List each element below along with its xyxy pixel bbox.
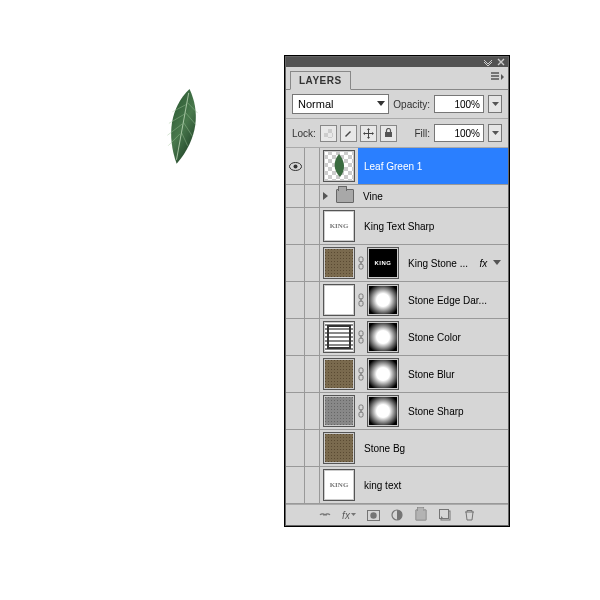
mask-link-icon[interactable] xyxy=(357,285,365,315)
folder-icon xyxy=(336,189,354,203)
layer-name-label: Stone Edge Dar... xyxy=(408,295,487,306)
tab-layers[interactable]: LAYERS xyxy=(290,71,351,90)
expand-arrow-icon[interactable] xyxy=(323,192,328,200)
layer-name-label: Stone Bg xyxy=(364,443,405,454)
transparency-icon xyxy=(324,129,333,138)
layer-name[interactable]: Stone Sharp xyxy=(402,393,508,429)
visibility-toggle[interactable] xyxy=(286,185,305,207)
mask-link-icon[interactable] xyxy=(357,396,365,426)
layer-thumbnail[interactable] xyxy=(323,150,355,182)
panel-menu-button[interactable] xyxy=(490,71,504,85)
close-icon[interactable] xyxy=(497,58,505,66)
layer-row[interactable]: KINGking text xyxy=(286,467,508,504)
layer-name[interactable]: King Text Sharp xyxy=(358,208,508,244)
layer-link-slot[interactable] xyxy=(305,467,320,503)
layer-thumbnail[interactable] xyxy=(323,284,355,316)
visibility-toggle[interactable] xyxy=(286,430,305,466)
visibility-toggle[interactable] xyxy=(286,356,305,392)
layer-row[interactable]: Vine xyxy=(286,185,508,208)
layer-link-slot[interactable] xyxy=(305,393,320,429)
layer-thumbnail[interactable] xyxy=(323,358,355,390)
layer-thumbnail[interactable]: KING xyxy=(323,210,355,242)
move-icon xyxy=(363,128,374,139)
mask-link-icon[interactable] xyxy=(357,248,365,278)
layer-name-label: King Text Sharp xyxy=(364,221,434,232)
panel-grip[interactable] xyxy=(286,57,508,67)
fill-flyout[interactable] xyxy=(488,124,502,142)
visibility-toggle[interactable] xyxy=(286,467,305,503)
layer-name-label: Stone Sharp xyxy=(408,406,464,417)
layer-name[interactable]: Leaf Green 1 xyxy=(358,148,508,184)
fx-indicator[interactable]: fx xyxy=(479,258,487,269)
blend-mode-value: Normal xyxy=(298,98,333,110)
layer-thumbnail[interactable]: KING xyxy=(323,469,355,501)
collapse-icon[interactable] xyxy=(483,59,493,66)
link-layers-button[interactable] xyxy=(318,508,332,522)
panel-tabs: LAYERS xyxy=(286,67,508,90)
mask-link-icon[interactable] xyxy=(357,359,365,389)
layer-style-button[interactable]: fx xyxy=(342,508,356,522)
visibility-toggle[interactable] xyxy=(286,393,305,429)
layer-link-slot[interactable] xyxy=(305,148,320,184)
lock-all-button[interactable] xyxy=(380,125,397,142)
layer-name-label: King Stone ... xyxy=(408,258,468,269)
brush-icon xyxy=(343,128,353,138)
chevron-down-icon[interactable] xyxy=(493,260,501,266)
layer-link-slot[interactable] xyxy=(305,208,320,244)
layer-mask-thumbnail[interactable] xyxy=(367,395,399,427)
layer-thumbnail[interactable] xyxy=(323,321,355,353)
layer-row[interactable]: Leaf Green 1 xyxy=(286,148,508,185)
layers-list: Leaf Green 1VineKINGKing Text SharpKINGK… xyxy=(286,148,508,504)
layer-link-slot[interactable] xyxy=(305,245,320,281)
opacity-flyout[interactable] xyxy=(488,95,502,113)
layer-row[interactable]: Stone Sharp xyxy=(286,393,508,430)
layer-name[interactable]: Stone Color xyxy=(402,319,508,355)
layer-name[interactable]: king text xyxy=(358,467,508,503)
layer-row[interactable]: KINGKing Text Sharp xyxy=(286,208,508,245)
lock-position-button[interactable] xyxy=(360,125,377,142)
opacity-label: Opacity: xyxy=(393,99,430,110)
visibility-toggle[interactable] xyxy=(286,148,305,184)
chevron-down-icon xyxy=(377,101,385,107)
layer-link-slot[interactable] xyxy=(305,282,320,318)
visibility-toggle[interactable] xyxy=(286,245,305,281)
fill-input[interactable]: 100% xyxy=(434,124,484,142)
adjustment-layer-button[interactable] xyxy=(390,508,404,522)
lock-transparency-button[interactable] xyxy=(320,125,337,142)
visibility-toggle[interactable] xyxy=(286,208,305,244)
layer-name[interactable]: King Stone ...fx xyxy=(402,245,508,281)
new-layer-button[interactable] xyxy=(438,508,452,522)
layer-mask-thumbnail[interactable] xyxy=(367,321,399,353)
blend-mode-select[interactable]: Normal xyxy=(292,94,389,114)
layer-link-slot[interactable] xyxy=(305,319,320,355)
layer-thumbnail[interactable] xyxy=(323,395,355,427)
new-group-button[interactable] xyxy=(414,508,428,522)
layer-mask-thumbnail[interactable]: KING xyxy=(367,247,399,279)
lock-pixels-button[interactable] xyxy=(340,125,357,142)
visibility-toggle[interactable] xyxy=(286,282,305,318)
layer-mask-thumbnail[interactable] xyxy=(367,284,399,316)
layer-name[interactable]: Stone Bg xyxy=(358,430,508,466)
svg-point-2 xyxy=(293,164,297,168)
layer-link-slot[interactable] xyxy=(305,430,320,466)
layer-link-slot[interactable] xyxy=(305,185,320,207)
layer-mask-thumbnail[interactable] xyxy=(367,358,399,390)
layer-name[interactable]: Stone Blur xyxy=(402,356,508,392)
layer-mask-button[interactable] xyxy=(366,508,380,522)
mask-link-icon[interactable] xyxy=(357,322,365,352)
layer-row[interactable]: Stone Bg xyxy=(286,430,508,467)
layer-row[interactable]: KINGKing Stone ...fx xyxy=(286,245,508,282)
layer-thumbnail[interactable] xyxy=(323,432,355,464)
layer-name-label: Stone Color xyxy=(408,332,461,343)
visibility-toggle[interactable] xyxy=(286,319,305,355)
layer-link-slot[interactable] xyxy=(305,356,320,392)
layer-row[interactable]: Stone Color xyxy=(286,319,508,356)
layer-name[interactable]: Stone Edge Dar... xyxy=(402,282,508,318)
opacity-input[interactable]: 100% xyxy=(434,95,484,113)
layer-name[interactable]: Vine xyxy=(357,185,508,207)
svg-point-19 xyxy=(370,512,376,518)
delete-layer-button[interactable] xyxy=(462,508,476,522)
layer-thumbnail[interactable] xyxy=(323,247,355,279)
layer-row[interactable]: Stone Blur xyxy=(286,356,508,393)
layer-row[interactable]: Stone Edge Dar... xyxy=(286,282,508,319)
